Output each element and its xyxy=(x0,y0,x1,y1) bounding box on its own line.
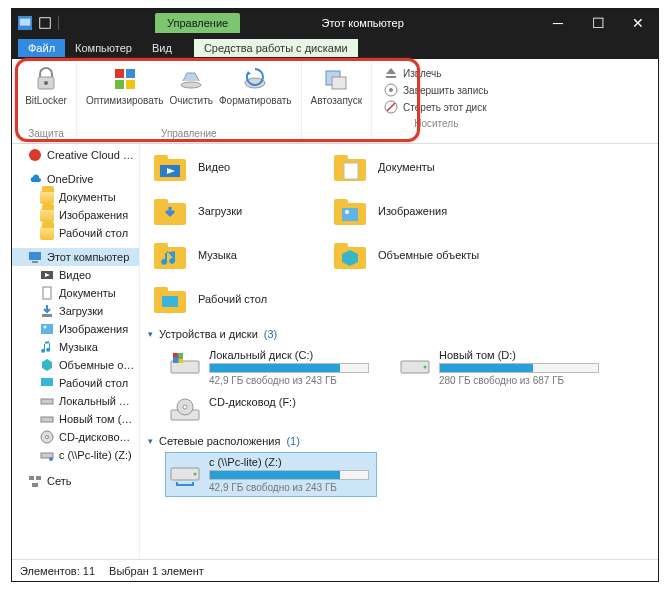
minimize-button[interactable]: ─ xyxy=(538,9,578,37)
nav-od-desk[interactable]: Рабочий стол xyxy=(12,224,139,242)
nav-net-z[interactable]: c (\\Pc-lite) (Z:) xyxy=(12,446,139,464)
drive-c[interactable]: Локальный диск (C:) 42,9 ГБ свободно из … xyxy=(166,346,376,389)
pics-folder-icon xyxy=(332,195,368,227)
nav-desktop[interactable]: Рабочий стол xyxy=(12,374,139,392)
menu-drive-tools[interactable]: Средства работы с дисками xyxy=(194,39,358,57)
folder-icon xyxy=(40,226,54,240)
group-net-header[interactable]: ▾ Сетевые расположения (1) xyxy=(148,431,650,453)
nav-od-docs[interactable]: Документы xyxy=(12,188,139,206)
eject-button[interactable]: Извлечь xyxy=(382,65,490,81)
svg-rect-48 xyxy=(154,247,186,269)
nav-downloads[interactable]: Загрузки xyxy=(12,302,139,320)
nav-music[interactable]: Музыка xyxy=(12,338,139,356)
svg-rect-7 xyxy=(115,80,124,89)
format-label: Форматировать xyxy=(219,95,292,106)
group-label-manage: Управление xyxy=(161,127,217,141)
ribbon-group-media: Извлечь Завершить запись Стереть этот ди… xyxy=(372,61,500,141)
folder-downloads[interactable]: Загрузки xyxy=(148,192,328,230)
svg-rect-53 xyxy=(154,287,168,293)
svg-rect-26 xyxy=(41,378,53,386)
svg-point-32 xyxy=(49,457,53,461)
bitlocker-label: BitLocker xyxy=(25,95,67,106)
optimize-button[interactable]: Оптимизировать xyxy=(83,63,166,127)
svg-rect-49 xyxy=(154,243,168,249)
drive-f-icon xyxy=(169,396,201,428)
menu-view[interactable]: Вид xyxy=(142,39,182,57)
svg-rect-33 xyxy=(29,476,34,480)
svg-point-4 xyxy=(44,81,48,85)
qat-properties-icon[interactable] xyxy=(38,16,52,30)
nav-pics[interactable]: Изображения xyxy=(12,320,139,338)
drive-z[interactable]: c (\\Pc-lite) (Z:) 42,9 ГБ свободно из 2… xyxy=(166,453,376,496)
nav-3dobjects[interactable]: Объемные объекты xyxy=(12,356,139,374)
desktop-folder-icon xyxy=(152,283,188,315)
menu-computer[interactable]: Компьютер xyxy=(65,39,142,57)
svg-point-65 xyxy=(183,405,187,409)
folder-3d[interactable]: Объемные объекты xyxy=(328,236,508,274)
nav-network[interactable]: Сеть xyxy=(12,472,139,490)
folders-section: Видео Документы Загрузки Изображения Муз… xyxy=(148,148,650,324)
tab-manage[interactable]: Управление xyxy=(155,13,240,33)
group-drives-header[interactable]: ▾ Устройства и диски (3) xyxy=(148,324,650,346)
nav-videos[interactable]: Видео xyxy=(12,266,139,284)
drive-d[interactable]: Новый том (D:) 280 ГБ свободно из 687 ГБ xyxy=(396,346,606,389)
svg-rect-1 xyxy=(20,19,31,26)
netdrive-icon xyxy=(40,448,54,462)
nav-new-d[interactable]: Новый том (D:) xyxy=(12,410,139,428)
optimize-label: Оптимизировать xyxy=(86,95,163,106)
drive-c-name: Локальный диск (C:) xyxy=(209,349,373,361)
drive-f[interactable]: CD-дисковод (F:) xyxy=(166,393,376,431)
optimize-icon xyxy=(111,65,139,93)
svg-point-18 xyxy=(29,149,41,161)
folder-docs[interactable]: Документы xyxy=(328,148,508,186)
nav-ccf[interactable]: Creative Cloud Files xyxy=(12,146,139,164)
eject-label: Извлечь xyxy=(403,68,441,79)
menu-file[interactable]: Файл xyxy=(18,39,65,57)
folder-desktop[interactable]: Рабочий стол xyxy=(148,280,328,318)
nav-thispc[interactable]: Этот компьютер xyxy=(12,248,139,266)
nav-docs[interactable]: Документы xyxy=(12,284,139,302)
folder-icon xyxy=(40,208,54,222)
menu-bar: Файл Компьютер Вид Средства работы с дис… xyxy=(12,37,658,59)
docs-folder-icon xyxy=(332,151,368,183)
maximize-button[interactable]: ☐ xyxy=(578,9,618,37)
cleanup-button[interactable]: Очистить xyxy=(166,63,216,127)
drive-c-bar xyxy=(209,363,369,373)
folder-pics[interactable]: Изображения xyxy=(328,192,508,230)
group-net-count: (1) xyxy=(286,435,299,447)
ribbon: BitLocker Защита Оптимизировать Очистить… xyxy=(12,59,658,144)
close-button[interactable]: ✕ xyxy=(618,9,658,37)
group-net-label: Сетевые расположения xyxy=(159,435,280,447)
format-icon xyxy=(241,65,269,93)
autorun-icon xyxy=(322,65,350,93)
group-label-media: Носитель xyxy=(414,117,458,131)
window-title: Этот компьютер xyxy=(322,17,539,29)
quick-access-toolbar xyxy=(12,16,65,30)
nav-cd-f[interactable]: CD-дисковод (F:) xyxy=(12,428,139,446)
svg-point-30 xyxy=(46,436,49,439)
content-pane[interactable]: Видео Документы Загрузки Изображения Муз… xyxy=(140,144,658,559)
folder-videos[interactable]: Видео xyxy=(148,148,328,186)
bitlocker-button[interactable]: BitLocker xyxy=(22,63,70,127)
desktop-icon xyxy=(40,376,54,390)
netdrives-list: c (\\Pc-lite) (Z:) 42,9 ГБ свободно из 2… xyxy=(148,453,650,496)
svg-point-9 xyxy=(181,82,201,88)
contextual-tab-header: Управление xyxy=(65,13,282,33)
svg-rect-2 xyxy=(40,18,51,29)
finish-burn-icon xyxy=(384,83,398,97)
ribbon-group-protect: BitLocker Защита xyxy=(16,61,77,141)
drive-z-icon xyxy=(169,456,201,488)
nav-local-c[interactable]: Локальный диск (C:) xyxy=(12,392,139,410)
folder-music[interactable]: Музыка xyxy=(148,236,328,274)
eject-icon xyxy=(384,66,398,80)
format-button[interactable]: Форматировать xyxy=(216,63,295,127)
autorun-label: Автозапуск xyxy=(311,95,363,106)
finish-burn-button[interactable]: Завершить запись xyxy=(382,82,490,98)
erase-disc-button[interactable]: Стереть этот диск xyxy=(382,99,490,115)
nav-onedrive[interactable]: OneDrive xyxy=(12,170,139,188)
svg-rect-34 xyxy=(36,476,41,480)
nav-od-pics[interactable]: Изображения xyxy=(12,206,139,224)
nav-pane[interactable]: Creative Cloud Files OneDrive Документы … xyxy=(12,144,140,559)
autorun-button[interactable]: Автозапуск xyxy=(308,63,366,127)
drive-d-name: Новый том (D:) xyxy=(439,349,603,361)
